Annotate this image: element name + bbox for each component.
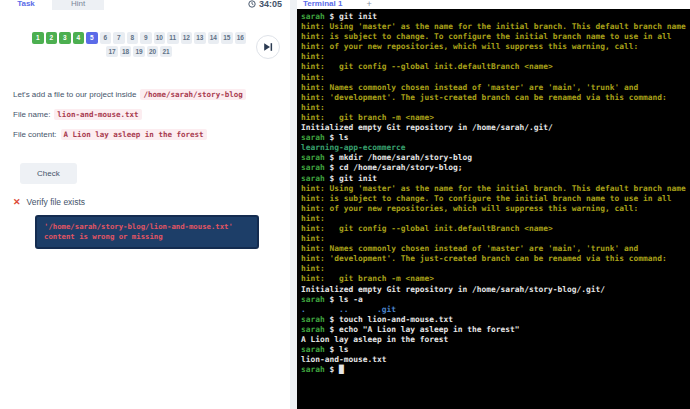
terminal-line: sarah $ ls — [301, 345, 690, 355]
step-16[interactable]: 16 — [235, 32, 247, 44]
steps-area: 123456789101112131415161718192021 — [30, 32, 280, 59]
terminal-line: hint: git config --global init.defaultBr… — [301, 62, 690, 72]
panel-divider[interactable] — [290, 0, 297, 409]
tab-hint-label: Hint — [52, 0, 104, 8]
terminal-output[interactable]: sarah $ git inithint: Using 'master' as … — [297, 9, 690, 409]
project-path-code: /home/sarah/story-blog — [140, 89, 245, 100]
terminal-line: hint: of your new repositories, which wi… — [301, 204, 690, 214]
terminal-line: hint: git branch -m <name> — [301, 274, 690, 284]
terminal-header: Terminal 1 + — [297, 0, 690, 9]
skip-forward-icon — [263, 42, 273, 52]
verify-error-line2: content is wrong or missing — [44, 232, 250, 242]
terminal-tab[interactable]: Terminal 1 — [297, 0, 342, 8]
terminal-line: sarah $ cd /home/sarah/story-blog; — [301, 163, 690, 173]
step-17[interactable]: 17 — [106, 46, 118, 58]
terminal-line: hint: is subject to change. To configure… — [301, 32, 690, 42]
step-8[interactable]: 8 — [127, 32, 139, 44]
skip-to-end-button[interactable] — [256, 35, 280, 59]
clock-icon — [248, 0, 256, 8]
step-13[interactable]: 13 — [194, 32, 206, 44]
step-2[interactable]: 2 — [46, 32, 58, 44]
terminal-line: sarah $ git init — [301, 12, 690, 22]
step-19[interactable]: 19 — [133, 46, 145, 58]
timer: 34:05 — [248, 0, 290, 9]
terminal-line: learning-app-ecommerce — [301, 143, 690, 153]
terminal-pane: Terminal 1 + sarah $ git inithint: Using… — [297, 0, 690, 409]
terminal-line: hint: Using 'master' as the name for the… — [301, 22, 690, 32]
step-15[interactable]: 15 — [221, 32, 233, 44]
terminal-line: hint: Using 'master' as the name for the… — [301, 184, 690, 194]
tab-task-label: Task — [0, 0, 52, 8]
add-terminal-button[interactable]: + — [366, 0, 371, 9]
step-3[interactable]: 3 — [59, 32, 71, 44]
app-window: Task Hint 34:05 123456789101112131415161… — [0, 0, 690, 409]
step-21[interactable]: 21 — [160, 46, 172, 58]
step-14[interactable]: 14 — [208, 32, 220, 44]
terminal-line: hint: — [301, 234, 690, 244]
step-18[interactable]: 18 — [120, 46, 132, 58]
file-name-label: File name: — [13, 110, 50, 119]
step-6[interactable]: 6 — [100, 32, 112, 44]
file-name-line: File name: lion-and-mouse.txt — [13, 109, 290, 120]
terminal-line: hint: git branch -m <name> — [301, 113, 690, 123]
terminal-line: Initialized empty Git repository in /hom… — [301, 285, 690, 295]
fail-x-icon: ✕ — [13, 197, 21, 207]
terminal-line: sarah $ ls -a — [301, 295, 690, 305]
terminal-line: Initialized empty Git repository in /hom… — [301, 123, 690, 133]
timer-value: 34:05 — [259, 0, 282, 9]
terminal-line: sarah $ touch lion-and-mouse.txt — [301, 315, 690, 325]
terminal-line: hint: 'development'. The just-created br… — [301, 254, 690, 264]
terminal-line: hint: — [301, 73, 690, 83]
check-button[interactable]: Check — [20, 163, 77, 184]
terminal-line: sarah $ git init — [301, 174, 690, 184]
step-11[interactable]: 11 — [167, 32, 179, 44]
step-list: 123456789101112131415161718192021 — [30, 32, 248, 57]
step-20[interactable]: 20 — [147, 46, 159, 58]
terminal-line: sarah $ mkdir /home/sarah/story-blog — [301, 153, 690, 163]
file-content-label: File content: — [13, 130, 57, 139]
verify-error-line1: '/home/sarah/story-blog/lion-and-mouse.t… — [44, 222, 250, 232]
task-intro-line: Let's add a file to our project inside /… — [13, 89, 290, 100]
verify-label: Verify file exists — [27, 197, 86, 207]
step-5[interactable]: 5 — [86, 32, 98, 44]
step-12[interactable]: 12 — [181, 32, 193, 44]
terminal-line: hint: — [301, 103, 690, 113]
terminal-line: hint: Names commonly chosen instead of '… — [301, 83, 690, 93]
terminal-line: hint: — [301, 52, 690, 62]
terminal-line: hint: — [301, 214, 690, 224]
verify-status-row: ✕ Verify file exists — [13, 197, 290, 207]
terminal-line: sarah $ echo "A Lion lay asleep in the f… — [301, 325, 690, 335]
tab-task[interactable]: Task — [0, 0, 52, 10]
file-content-code: A Lion lay asleep in the forest — [61, 129, 207, 140]
step-9[interactable]: 9 — [140, 32, 152, 44]
task-instructions: Let's add a file to our project inside /… — [13, 89, 290, 140]
task-panel: Task Hint 34:05 123456789101112131415161… — [0, 0, 290, 409]
step-4[interactable]: 4 — [73, 32, 85, 44]
tab-bar: Task Hint 34:05 — [0, 0, 290, 10]
terminal-line: hint: of your new repositories, which wi… — [301, 42, 690, 52]
task-intro-text: Let's add a file to our project inside — [13, 90, 136, 99]
file-name-code: lion-and-mouse.txt — [54, 109, 141, 120]
terminal-line: . .. .git — [301, 305, 690, 315]
step-1[interactable]: 1 — [32, 32, 44, 44]
tab-hint[interactable]: Hint — [52, 0, 104, 10]
terminal-line: hint: Names commonly chosen instead of '… — [301, 244, 690, 254]
file-content-line: File content: A Lion lay asleep in the f… — [13, 129, 290, 140]
terminal-line: lion-and-mouse.txt — [301, 355, 690, 365]
terminal-line: A Lion lay asleep in the forest — [301, 335, 690, 345]
terminal-line: sarah $ ls — [301, 133, 690, 143]
terminal-line: hint: is subject to change. To configure… — [301, 194, 690, 204]
verify-error-box: '/home/sarah/story-blog/lion-and-mouse.t… — [35, 215, 259, 249]
terminal-line: hint: — [301, 264, 690, 274]
step-10[interactable]: 10 — [154, 32, 166, 44]
terminal-line: hint: 'development'. The just-created br… — [301, 93, 690, 103]
terminal-line: sarah $ █ — [301, 365, 690, 375]
terminal-line: hint: git config --global init.defaultBr… — [301, 224, 690, 234]
step-7[interactable]: 7 — [113, 32, 125, 44]
